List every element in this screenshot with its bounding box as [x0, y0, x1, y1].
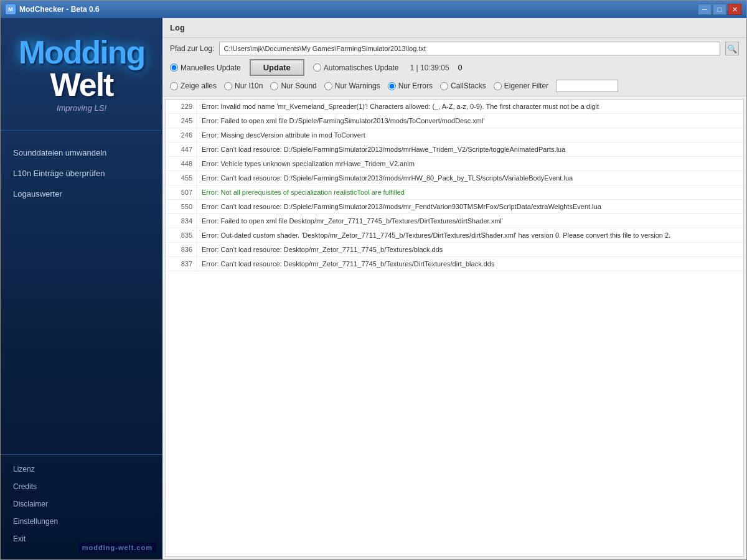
content-area: Log Pfad zur Log: 🔍 Manuelles Update: [162, 18, 746, 559]
app-icon: M: [6, 4, 16, 14]
filter-custom-input[interactable]: [556, 80, 618, 92]
log-line-number: 836: [166, 243, 197, 256]
filter-sound-radio[interactable]: Nur Sound: [270, 82, 316, 90]
filter-l10n-radio[interactable]: Nur l10n: [224, 82, 263, 90]
log-row: 448Error: Vehicle types unknown speciali…: [166, 157, 743, 171]
auto-update-radio[interactable]: Automatisches Update: [313, 63, 399, 72]
log-line-number: 507: [166, 185, 197, 199]
log-row: 835Error: Out-dated custom shader. 'Desk…: [166, 228, 743, 243]
filter-custom-radio[interactable]: Eigener Filter: [494, 82, 548, 90]
filter-all-radio[interactable]: Zeige alles: [170, 82, 217, 90]
log-line-number: 447: [166, 142, 197, 156]
filter-warnings-radio[interactable]: Nur Warnings: [324, 82, 380, 90]
path-row: Pfad zur Log: 🔍: [170, 42, 739, 55]
log-row: 245Error: Failed to open xml file D:/Spi…: [166, 114, 743, 128]
log-message: Error: Missing descVersion attribute in …: [197, 128, 743, 142]
restore-button[interactable]: □: [713, 4, 726, 15]
log-line-number: 246: [166, 128, 197, 142]
log-row: 834Error: Failed to open xml file Deskto…: [166, 214, 743, 228]
log-row: 455Error: Can't load resource: D:/Spiele…: [166, 171, 743, 185]
update-button[interactable]: Update: [250, 59, 304, 76]
logo-welt-text: Welt: [50, 68, 113, 101]
log-message: Error: Can't load resource: D:/Spiele/Fa…: [197, 200, 743, 213]
sidebar-item-sounddateien[interactable]: Sounddateien umwandeln: [1, 143, 162, 162]
log-path-input[interactable]: [219, 42, 720, 55]
log-message: Error: Can't load resource: D:/Spiele/Fa…: [197, 142, 743, 156]
toolbar: Pfad zur Log: 🔍 Manuelles Update Update: [162, 38, 746, 96]
log-message: Error: Out-dated custom shader. 'Desktop…: [197, 228, 743, 242]
sidebar-item-logauswerter[interactable]: Logauswerter: [1, 184, 162, 203]
log-line-number: 837: [166, 257, 197, 271]
log-message: Error: Can't load resource: Desktop/mr_Z…: [197, 257, 743, 271]
log-row: 447Error: Can't load resource: D:/Spiele…: [166, 142, 743, 157]
log-line-number: 245: [166, 114, 197, 128]
manual-update-radio[interactable]: Manuelles Update: [170, 63, 241, 72]
log-line-number: 550: [166, 200, 197, 213]
log-message: Error: Can't load resource: D:/Spiele/Fa…: [197, 171, 743, 185]
window-controls: ─ □ ✕: [698, 4, 741, 15]
sidebar-item-credits[interactable]: Credits: [1, 478, 162, 495]
update-row: Manuelles Update Update Automatisches Up…: [170, 59, 739, 76]
log-row: 229Error: Invalid mod name 'mr_Kvernelan…: [166, 100, 743, 114]
log-line-number: 455: [166, 171, 197, 185]
section-header: Log: [162, 18, 746, 38]
close-button[interactable]: ✕: [728, 4, 741, 15]
update-radio-group: Manuelles Update Update Automatisches Up…: [170, 59, 399, 76]
log-row: 550Error: Can't load resource: D:/Spiele…: [166, 200, 743, 214]
main-window: M ModChecker - Beta 0.6 ─ □ ✕ Modding We…: [0, 0, 747, 560]
log-line-number: 448: [166, 157, 197, 170]
timestamp-display: 1 | 10:39:05: [410, 63, 449, 72]
sidebar: Modding Welt Improving LS! Sounddateien …: [1, 18, 162, 559]
sidebar-item-einstellungen[interactable]: Einstellungen: [1, 513, 162, 530]
log-message: Error: Can't load resource: Desktop/mr_Z…: [197, 243, 743, 256]
log-line-number: 834: [166, 214, 197, 228]
log-message: Error: Invalid mod name 'mr_Kverneland_S…: [197, 100, 743, 113]
title-bar: M ModChecker - Beta 0.6 ─ □ ✕: [1, 1, 746, 18]
minimize-button[interactable]: ─: [698, 4, 712, 15]
sidebar-item-disclaimer[interactable]: Disclaimer: [1, 496, 162, 512]
app-body: Modding Welt Improving LS! Sounddateien …: [1, 18, 746, 559]
logo-modding-text: Modding: [19, 36, 145, 68]
log-line-number: 229: [166, 100, 197, 113]
search-log-button[interactable]: 🔍: [725, 42, 739, 55]
watermark: modding-welt.com: [78, 542, 156, 553]
path-label: Pfad zur Log:: [170, 44, 214, 53]
log-row: 837Error: Can't load resource: Desktop/m…: [166, 257, 743, 271]
filter-errors-radio[interactable]: Nur Errors: [388, 82, 433, 90]
log-row: 836Error: Can't load resource: Desktop/m…: [166, 243, 743, 257]
sidebar-item-lizenz[interactable]: Lizenz: [1, 461, 162, 477]
search-icon: 🔍: [727, 44, 737, 54]
sidebar-logo: Modding Welt Improving LS!: [1, 18, 162, 131]
log-message: Error: Vehicle types unknown specializat…: [197, 157, 743, 170]
log-row: 246Error: Missing descVersion attribute …: [166, 128, 743, 142]
log-message: Error: Failed to open xml file D:/Spiele…: [197, 114, 743, 128]
sidebar-item-l10n[interactable]: L10n Einträge überprüfen: [1, 164, 162, 183]
filter-callstacks-radio[interactable]: CallStacks: [440, 82, 486, 90]
log-line-number: 835: [166, 228, 197, 242]
log-message: Error: Not all prerequisites of speciali…: [197, 185, 743, 199]
window-title: ModChecker - Beta 0.6: [19, 5, 698, 14]
log-row: 507Error: Not all prerequisites of speci…: [166, 185, 743, 200]
logo-box: Modding Welt Improving LS!: [10, 24, 153, 124]
logo-subtitle: Improving LS!: [57, 103, 106, 113]
log-container[interactable]: 229Error: Invalid mod name 'mr_Kvernelan…: [165, 99, 744, 557]
log-message: Error: Failed to open xml file Desktop/m…: [197, 214, 743, 228]
count-display: 0: [458, 63, 463, 72]
log-list: 229Error: Invalid mod name 'mr_Kvernelan…: [166, 100, 743, 271]
sidebar-nav: Sounddateien umwandeln L10n Einträge übe…: [1, 131, 162, 454]
filter-row: Zeige alles Nur l10n Nur Sound Nur Warni…: [170, 80, 739, 92]
